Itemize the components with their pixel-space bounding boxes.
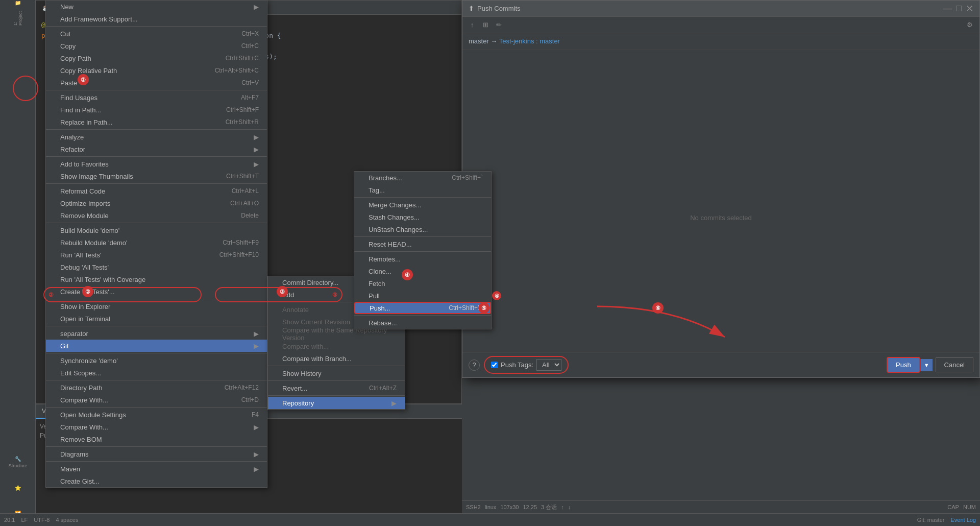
- menu-show-explorer[interactable]: Show in Explorer: [46, 300, 267, 313]
- menu-rebuild-module[interactable]: Rebuild Module 'demo' Ctrl+Shift+F9: [46, 236, 267, 249]
- dialog-maximize[interactable]: □: [956, 3, 962, 14]
- menu-build-module[interactable]: Build Module 'demo': [46, 224, 267, 236]
- menu-add-favorites[interactable]: Add to Favorites ▶: [46, 158, 267, 170]
- menu-maven[interactable]: Maven ▶: [46, 463, 267, 475]
- menu-directory-path[interactable]: Directory Path Ctrl+Alt+F12: [46, 381, 267, 394]
- menu-new-label: New: [60, 3, 74, 11]
- repo-push-label: Push...: [370, 304, 390, 312]
- help-button[interactable]: ?: [469, 360, 480, 371]
- menu-replace-in-path[interactable]: Replace in Path... Ctrl+Shift+R: [46, 116, 267, 128]
- menu-open-terminal[interactable]: Open in Terminal: [46, 313, 267, 325]
- menu-new[interactable]: New ▶: [46, 1, 267, 13]
- dialog-title: ⬆ Push Commits: [469, 5, 521, 12]
- menu-diagrams[interactable]: Diagrams ▶: [46, 448, 267, 460]
- repo-tag-label: Tag...: [369, 186, 385, 194]
- menu-open-module-settings[interactable]: Open Module Settings F4: [46, 409, 267, 421]
- repo-clone[interactable]: Clone...: [354, 265, 491, 277]
- sidebar-structure-icon[interactable]: 🔧 Structure: [0, 449, 36, 475]
- menu-mark-directory[interactable]: Compare With... ▶: [46, 421, 267, 433]
- menu-copy-label: Copy: [60, 42, 76, 50]
- maven-arrow: ▶: [254, 465, 259, 473]
- dialog-titlebar: ⬆ Push Commits — □ ✕: [462, 1, 979, 17]
- menu-remove-bom[interactable]: Remove BOM: [46, 433, 267, 445]
- replace-in-path-shortcut: Ctrl+Shift+R: [226, 118, 259, 126]
- git-show-history[interactable]: Show History: [268, 367, 405, 379]
- toolbar-right: ⚙: [964, 19, 975, 31]
- menu-find-usages[interactable]: Find Usages Alt+F7: [46, 91, 267, 104]
- directory-path-shortcut: Ctrl+Alt+F12: [225, 384, 259, 391]
- repo-pull[interactable]: Pull ④: [354, 290, 491, 302]
- repo-branches[interactable]: Branches... Ctrl+Shift+`: [354, 172, 491, 184]
- menu-git[interactable]: Git ▶: [46, 340, 267, 352]
- scroll-down[interactable]: ↓: [568, 504, 571, 510]
- menu-debug-tests[interactable]: Debug 'All Tests': [46, 261, 267, 273]
- repo-merge[interactable]: Merge Changes...: [354, 199, 491, 211]
- menu-optimize-imports[interactable]: Optimize Imports Ctrl+Alt+O: [46, 197, 267, 209]
- push-dropdown-btn[interactable]: ▼: [920, 359, 933, 371]
- repo-tag[interactable]: Tag...: [354, 184, 491, 196]
- menu-copy-relative-path[interactable]: Copy Relative Path Ctrl+Alt+Shift+C: [46, 64, 267, 77]
- event-log-link[interactable]: Event Log: [950, 517, 976, 523]
- menu-create-gist[interactable]: Create Gist...: [46, 475, 267, 487]
- repo-stash[interactable]: Stash Changes...: [354, 211, 491, 223]
- repo-remotes[interactable]: Remotes...: [354, 253, 491, 265]
- sidebar-favorites-icon[interactable]: ⭐: [0, 475, 36, 500]
- repo-clone-label: Clone...: [369, 268, 391, 275]
- menu-local-history[interactable]: separator ▶: [46, 327, 267, 340]
- menu-analyze[interactable]: Analyze ▶: [46, 131, 267, 143]
- separator3: [46, 129, 267, 130]
- dialog-controls: — □ ✕: [943, 3, 973, 14]
- git-revert[interactable]: Revert... Ctrl+Alt+Z: [268, 382, 405, 394]
- menu-refactor[interactable]: Refactor ▶: [46, 143, 267, 155]
- menu-copy-path[interactable]: Copy Path Ctrl+Shift+C: [46, 52, 267, 64]
- push-dialog: ⬆ Push Commits — □ ✕ ↑ ⊞ ✏ ⚙ master → Te…: [462, 0, 980, 378]
- dialog-close[interactable]: ✕: [966, 3, 973, 14]
- menu-run-coverage[interactable]: Run 'All Tests' with Coverage: [46, 273, 267, 285]
- cap-status: CAP: [947, 504, 959, 510]
- push-tags-checkbox[interactable]: [491, 362, 498, 368]
- rebuild-shortcut: Ctrl+Shift+F9: [223, 239, 259, 246]
- git-compare-branch-label: Compare with Branch...: [282, 355, 352, 363]
- cut-shortcut: Ctrl+X: [241, 30, 259, 37]
- toolbar-settings[interactable]: ⚙: [964, 19, 975, 31]
- menu-paste[interactable]: Paste Ctrl+V: [46, 77, 267, 89]
- menu-run-tests[interactable]: Run 'All Tests' Ctrl+Shift+F10: [46, 249, 267, 261]
- dialog-minimize[interactable]: —: [943, 3, 952, 14]
- menu-copy[interactable]: Copy Ctrl+C: [46, 40, 267, 52]
- repo-sep4: [354, 315, 491, 316]
- branch-to[interactable]: Test-jenkins : master: [499, 37, 560, 45]
- repo-rebase[interactable]: Rebase...: [354, 317, 491, 329]
- menu-reformat[interactable]: Reformat Code Ctrl+Alt+L: [46, 185, 267, 197]
- repo-push[interactable]: Push... Ctrl+Shift+K: [354, 302, 491, 314]
- git-compare-branch[interactable]: Compare with Branch...: [268, 352, 405, 365]
- menu-edit-scopes[interactable]: Edit Scopes...: [46, 367, 267, 379]
- menu-synchronize[interactable]: Synchronize 'demo': [46, 354, 267, 367]
- menu-copy-relative-path-label: Copy Relative Path: [60, 67, 117, 75]
- context-menu: New ▶ Add Framework Support... Cut Ctrl+…: [45, 0, 267, 488]
- menu-find-in-path[interactable]: Find in Path... Ctrl+Shift+F: [46, 104, 267, 116]
- push-tags-select[interactable]: All: [536, 359, 561, 371]
- menu-show-thumbnails[interactable]: Show Image Thumbnails Ctrl+Shift+T: [46, 170, 267, 182]
- sidebar-project-icon[interactable]: 📁 1: Project: [0, 0, 36, 26]
- menu-add-framework[interactable]: Add Framework Support...: [46, 13, 267, 25]
- cancel-button[interactable]: Cancel: [936, 357, 973, 372]
- repo-unstash[interactable]: UnStash Changes...: [354, 223, 491, 235]
- toolbar-btn-3[interactable]: ✏: [493, 19, 504, 31]
- scroll-up[interactable]: ↑: [561, 504, 564, 510]
- dialog-toolbar: ↑ ⊞ ✏ ⚙: [462, 17, 979, 33]
- menu-compare-with[interactable]: Compare With... Ctrl+D: [46, 394, 267, 406]
- git-repository[interactable]: Repository ▶: [268, 397, 405, 409]
- push-button[interactable]: Push: [887, 357, 920, 373]
- toolbar-btn-1[interactable]: ↑: [467, 19, 478, 31]
- git-annotate-label: Annotate: [282, 306, 309, 314]
- analyze-arrow: ▶: [254, 133, 259, 141]
- menu-create-tests[interactable]: Create 'All Tests'...: [46, 285, 267, 298]
- menu-cut[interactable]: Cut Ctrl+X: [46, 28, 267, 40]
- copy-path-shortcut: Ctrl+Shift+C: [226, 55, 259, 62]
- toolbar-btn-2[interactable]: ⊞: [480, 19, 491, 31]
- run-tests-label: Run 'All Tests': [60, 251, 102, 259]
- menu-remove-module[interactable]: Remove Module Delete: [46, 209, 267, 222]
- repo-reset-head[interactable]: Reset HEAD...: [354, 238, 491, 250]
- refactor-label: Refactor: [60, 146, 85, 153]
- repo-fetch[interactable]: Fetch: [354, 277, 491, 290]
